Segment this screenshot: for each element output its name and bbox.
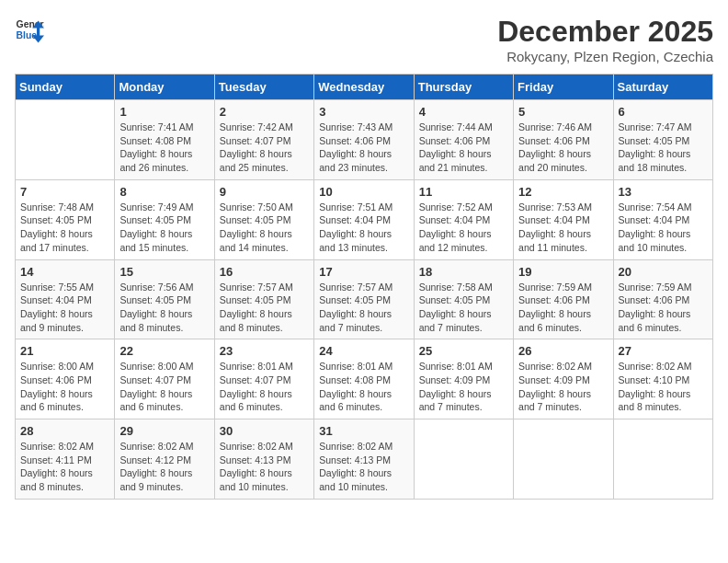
day-number: 17	[319, 265, 408, 279]
weekday-header: Thursday	[414, 75, 513, 100]
day-number: 26	[518, 344, 608, 358]
day-info: Sunrise: 8:02 AMSunset: 4:13 PMDaylight:…	[319, 440, 408, 494]
day-number: 7	[20, 185, 109, 199]
weekday-header: Wednesday	[314, 75, 414, 100]
day-info: Sunrise: 8:02 AMSunset: 4:12 PMDaylight:…	[119, 440, 209, 494]
calendar-cell: 23Sunrise: 8:01 AMSunset: 4:07 PMDayligh…	[214, 339, 313, 419]
calendar-cell: 14Sunrise: 7:55 AMSunset: 4:04 PMDayligh…	[16, 259, 115, 339]
calendar-week-row: 14Sunrise: 7:55 AMSunset: 4:04 PMDayligh…	[16, 259, 713, 339]
weekday-header: Tuesday	[214, 75, 313, 100]
day-info: Sunrise: 7:57 AMSunset: 4:05 PMDaylight:…	[220, 281, 309, 335]
calendar-cell: 9Sunrise: 7:50 AMSunset: 4:05 PMDaylight…	[214, 179, 313, 259]
day-info: Sunrise: 7:52 AMSunset: 4:04 PMDaylight:…	[419, 201, 508, 255]
day-number: 5	[518, 105, 608, 119]
month-title: December 2025	[497, 15, 713, 49]
calendar-cell: 25Sunrise: 8:01 AMSunset: 4:09 PMDayligh…	[414, 339, 513, 419]
day-info: Sunrise: 7:48 AMSunset: 4:05 PMDaylight:…	[20, 201, 109, 255]
day-number: 2	[220, 105, 309, 119]
weekday-header: Saturday	[613, 75, 712, 100]
calendar-cell: 30Sunrise: 8:02 AMSunset: 4:13 PMDayligh…	[214, 419, 313, 500]
day-number: 25	[419, 344, 508, 358]
day-number: 3	[319, 105, 408, 119]
day-info: Sunrise: 7:46 AMSunset: 4:06 PMDaylight:…	[518, 121, 608, 175]
calendar-cell	[514, 419, 613, 500]
day-number: 18	[419, 265, 508, 279]
weekday-header: Sunday	[16, 75, 115, 100]
day-info: Sunrise: 8:02 AMSunset: 4:10 PMDaylight:…	[619, 360, 708, 414]
calendar-cell: 21Sunrise: 8:00 AMSunset: 4:06 PMDayligh…	[16, 339, 115, 419]
day-info: Sunrise: 7:56 AMSunset: 4:05 PMDaylight:…	[119, 281, 209, 335]
calendar-cell: 18Sunrise: 7:58 AMSunset: 4:05 PMDayligh…	[414, 259, 513, 339]
title-area: December 2025 Rokycany, Plzen Region, Cz…	[497, 15, 713, 64]
day-info: Sunrise: 7:51 AMSunset: 4:04 PMDaylight:…	[319, 201, 408, 255]
day-info: Sunrise: 8:00 AMSunset: 4:07 PMDaylight:…	[119, 360, 209, 414]
day-number: 4	[419, 105, 508, 119]
day-info: Sunrise: 7:59 AMSunset: 4:06 PMDaylight:…	[619, 281, 708, 335]
calendar-cell: 3Sunrise: 7:43 AMSunset: 4:06 PMDaylight…	[314, 100, 414, 180]
calendar-cell	[414, 419, 513, 500]
calendar-cell: 1Sunrise: 7:41 AMSunset: 4:08 PMDaylight…	[115, 100, 214, 180]
day-info: Sunrise: 7:53 AMSunset: 4:04 PMDaylight:…	[518, 201, 608, 255]
calendar-week-row: 7Sunrise: 7:48 AMSunset: 4:05 PMDaylight…	[16, 179, 713, 259]
svg-text:Blue: Blue	[17, 30, 38, 40]
day-number: 22	[119, 344, 209, 358]
day-info: Sunrise: 7:59 AMSunset: 4:06 PMDaylight:…	[518, 281, 608, 335]
day-number: 29	[119, 424, 209, 438]
calendar-cell: 6Sunrise: 7:47 AMSunset: 4:05 PMDaylight…	[613, 100, 712, 180]
day-number: 27	[619, 344, 708, 358]
day-info: Sunrise: 8:02 AMSunset: 4:11 PMDaylight:…	[20, 440, 109, 494]
calendar-cell: 29Sunrise: 8:02 AMSunset: 4:12 PMDayligh…	[115, 419, 214, 500]
day-info: Sunrise: 7:42 AMSunset: 4:07 PMDaylight:…	[220, 121, 309, 175]
day-number: 14	[20, 265, 109, 279]
day-info: Sunrise: 7:43 AMSunset: 4:06 PMDaylight:…	[319, 121, 408, 175]
day-number: 9	[220, 185, 309, 199]
calendar-cell: 8Sunrise: 7:49 AMSunset: 4:05 PMDaylight…	[115, 179, 214, 259]
day-number: 10	[319, 185, 408, 199]
day-number: 11	[419, 185, 508, 199]
day-info: Sunrise: 8:02 AMSunset: 4:13 PMDaylight:…	[220, 440, 309, 494]
logo-icon: General Blue	[15, 15, 44, 44]
day-info: Sunrise: 8:01 AMSunset: 4:09 PMDaylight:…	[419, 360, 508, 414]
calendar-cell: 2Sunrise: 7:42 AMSunset: 4:07 PMDaylight…	[214, 100, 313, 180]
day-info: Sunrise: 7:49 AMSunset: 4:05 PMDaylight:…	[119, 201, 209, 255]
day-number: 13	[619, 185, 708, 199]
calendar-cell: 11Sunrise: 7:52 AMSunset: 4:04 PMDayligh…	[414, 179, 513, 259]
day-number: 20	[619, 265, 708, 279]
calendar-cell: 20Sunrise: 7:59 AMSunset: 4:06 PMDayligh…	[613, 259, 712, 339]
weekday-header: Friday	[514, 75, 613, 100]
calendar-cell: 7Sunrise: 7:48 AMSunset: 4:05 PMDaylight…	[16, 179, 115, 259]
day-number: 30	[220, 424, 309, 438]
day-info: Sunrise: 7:55 AMSunset: 4:04 PMDaylight:…	[20, 281, 109, 335]
day-info: Sunrise: 7:54 AMSunset: 4:04 PMDaylight:…	[619, 201, 708, 255]
calendar-cell: 31Sunrise: 8:02 AMSunset: 4:13 PMDayligh…	[314, 419, 414, 500]
day-info: Sunrise: 8:00 AMSunset: 4:06 PMDaylight:…	[20, 360, 109, 414]
calendar-cell: 13Sunrise: 7:54 AMSunset: 4:04 PMDayligh…	[613, 179, 712, 259]
calendar-cell: 19Sunrise: 7:59 AMSunset: 4:06 PMDayligh…	[514, 259, 613, 339]
day-number: 15	[119, 265, 209, 279]
day-info: Sunrise: 7:58 AMSunset: 4:05 PMDaylight:…	[419, 281, 508, 335]
day-number: 1	[119, 105, 209, 119]
calendar-cell: 16Sunrise: 7:57 AMSunset: 4:05 PMDayligh…	[214, 259, 313, 339]
calendar-cell: 17Sunrise: 7:57 AMSunset: 4:05 PMDayligh…	[314, 259, 414, 339]
day-number: 6	[619, 105, 708, 119]
day-info: Sunrise: 7:44 AMSunset: 4:06 PMDaylight:…	[419, 121, 508, 175]
calendar-cell: 26Sunrise: 8:02 AMSunset: 4:09 PMDayligh…	[514, 339, 613, 419]
day-number: 19	[518, 265, 608, 279]
day-info: Sunrise: 7:50 AMSunset: 4:05 PMDaylight:…	[220, 201, 309, 255]
day-number: 21	[20, 344, 109, 358]
calendar-table: SundayMondayTuesdayWednesdayThursdayFrid…	[15, 74, 713, 500]
calendar-week-row: 1Sunrise: 7:41 AMSunset: 4:08 PMDaylight…	[16, 100, 713, 180]
calendar-cell: 10Sunrise: 7:51 AMSunset: 4:04 PMDayligh…	[314, 179, 414, 259]
day-info: Sunrise: 7:57 AMSunset: 4:05 PMDaylight:…	[319, 281, 408, 335]
day-number: 24	[319, 344, 408, 358]
calendar-cell: 4Sunrise: 7:44 AMSunset: 4:06 PMDaylight…	[414, 100, 513, 180]
calendar-cell	[16, 100, 115, 180]
day-info: Sunrise: 7:47 AMSunset: 4:05 PMDaylight:…	[619, 121, 708, 175]
day-number: 12	[518, 185, 608, 199]
calendar-cell: 12Sunrise: 7:53 AMSunset: 4:04 PMDayligh…	[514, 179, 613, 259]
day-number: 8	[119, 185, 209, 199]
weekday-header: Monday	[115, 75, 214, 100]
day-info: Sunrise: 8:01 AMSunset: 4:07 PMDaylight:…	[220, 360, 309, 414]
calendar-cell: 27Sunrise: 8:02 AMSunset: 4:10 PMDayligh…	[613, 339, 712, 419]
page-header: General Blue December 2025 Rokycany, Plz…	[15, 15, 713, 64]
